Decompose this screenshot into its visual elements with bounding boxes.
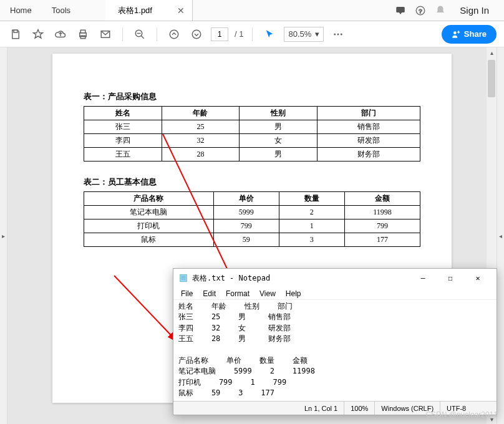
menu-view[interactable]: View <box>256 289 279 298</box>
left-panel-toggle[interactable]: ▸ <box>0 47 7 424</box>
pointer-icon[interactable] <box>261 26 278 42</box>
star-icon[interactable] <box>30 26 46 42</box>
svg-rect-5 <box>80 30 85 33</box>
more-icon[interactable] <box>330 26 346 42</box>
table-row: 李四32女研发部 <box>84 134 420 148</box>
minimize-button[interactable]: — <box>409 269 437 287</box>
table-row: 打印机7991799 <box>84 219 420 233</box>
mail-icon[interactable] <box>97 26 114 42</box>
tab-title: 表格1.pdf <box>118 5 152 16</box>
separator <box>157 27 157 41</box>
th: 性别 <box>240 107 317 120</box>
cloud-upload-icon[interactable] <box>52 26 69 42</box>
menu-file[interactable]: File <box>177 289 196 298</box>
right-panel-toggle[interactable]: ◂ <box>497 47 504 424</box>
page-down-icon[interactable] <box>188 26 205 42</box>
close-icon[interactable]: ✕ <box>177 6 185 16</box>
notepad-title-text: 表格.txt - Notepad <box>192 273 270 284</box>
svg-point-14 <box>337 33 339 35</box>
table-header-row: 产品名称 单价 数量 金额 <box>84 192 420 206</box>
save-icon[interactable] <box>7 26 24 42</box>
scroll-up-icon[interactable]: ▴ <box>487 47 497 57</box>
th: 姓名 <box>84 107 162 120</box>
svg-text:?: ? <box>419 7 423 14</box>
menu-help[interactable]: Help <box>282 289 305 298</box>
th: 单价 <box>213 192 279 206</box>
table-row: 张三25男销售部 <box>84 120 420 134</box>
menu-format[interactable]: Format <box>222 289 253 298</box>
status-cursor: Ln 1, Col 1 <box>298 402 344 415</box>
menu-bar: Home Tools 表格1.pdf ✕ ? Sign In <box>0 0 504 21</box>
svg-point-15 <box>341 33 342 35</box>
zoom-out-icon[interactable] <box>132 26 148 42</box>
notepad-icon <box>178 273 188 283</box>
table-row: 笔记本电脑5999211998 <box>84 206 420 219</box>
notepad-menu: File Edit Format View Help <box>173 287 497 300</box>
separator <box>252 27 253 41</box>
close-button[interactable]: ✕ <box>464 269 492 287</box>
svg-point-13 <box>334 33 336 35</box>
separator <box>122 27 123 41</box>
menu-right-cluster: ? Sign In <box>395 0 504 21</box>
table1-title: 表一：产品采购信息 <box>84 91 420 102</box>
chevron-down-icon: ▾ <box>315 29 319 39</box>
zoom-dropdown[interactable]: 80.5% ▾ <box>284 27 324 42</box>
table2-title: 表二：员工基本信息 <box>84 176 420 188</box>
notepad-titlebar[interactable]: 表格.txt - Notepad — ☐ ✕ <box>173 269 497 287</box>
status-zoom: 100% <box>344 402 374 415</box>
notepad-statusbar: Ln 1, Col 1 100% Windows (CRLF) UTF-8 <box>173 401 497 415</box>
svg-rect-0 <box>397 7 405 12</box>
scroll-thumb[interactable] <box>488 60 495 97</box>
menu-tools[interactable]: Tools <box>42 0 80 21</box>
document-tab[interactable]: 表格1.pdf ✕ <box>105 0 193 21</box>
notepad-text-area[interactable]: 姓名 年龄 性别 部门 张三 25 男 销售部 李四 32 女 研发部 王五 2… <box>173 300 497 400</box>
table-header-row: 姓名 年龄 性别 部门 <box>84 107 420 120</box>
page-total-label: / 1 <box>235 29 243 39</box>
svg-rect-3 <box>14 30 17 32</box>
th: 产品名称 <box>84 192 214 206</box>
bell-icon[interactable] <box>435 5 446 16</box>
th: 金额 <box>344 192 420 206</box>
notepad-window: 表格.txt - Notepad — ☐ ✕ File Edit Format … <box>173 268 497 415</box>
page-number-input[interactable] <box>211 27 228 41</box>
table-row: 王五28男财务部 <box>84 148 420 161</box>
share-icon <box>452 30 460 39</box>
sign-in-button[interactable]: Sign In <box>455 5 494 16</box>
maximize-button[interactable]: ☐ <box>437 269 464 287</box>
toolbar: / 1 80.5% ▾ Share <box>0 21 504 47</box>
help-icon[interactable]: ? <box>415 5 426 16</box>
table2: 产品名称 单价 数量 金额 笔记本电脑5999211998 打印机7991799… <box>84 191 420 247</box>
svg-point-16 <box>453 31 457 34</box>
scroll-down-icon[interactable]: ▾ <box>487 414 497 424</box>
chat-icon[interactable] <box>395 5 406 16</box>
svg-point-11 <box>170 30 178 39</box>
th: 部门 <box>317 107 420 120</box>
svg-point-12 <box>192 30 201 39</box>
page-up-icon[interactable] <box>166 26 182 42</box>
th: 数量 <box>279 192 344 206</box>
menu-home[interactable]: Home <box>0 0 42 21</box>
table1: 姓名 年龄 性别 部门 张三25男销售部 李四32女研发部 王五28男财务部 <box>84 106 420 161</box>
table-row: 鼠标593177 <box>84 233 420 247</box>
print-icon[interactable] <box>75 26 91 42</box>
svg-rect-22 <box>180 274 187 282</box>
menu-edit[interactable]: Edit <box>199 289 220 298</box>
share-label: Share <box>464 29 487 39</box>
share-button[interactable]: Share <box>442 25 497 44</box>
svg-line-10 <box>141 36 144 39</box>
status-eol: Windows (CRLF) <box>374 402 440 415</box>
th: 年龄 <box>162 107 240 120</box>
status-encoding: UTF-8 <box>440 402 472 415</box>
zoom-value: 80.5% <box>288 29 311 39</box>
